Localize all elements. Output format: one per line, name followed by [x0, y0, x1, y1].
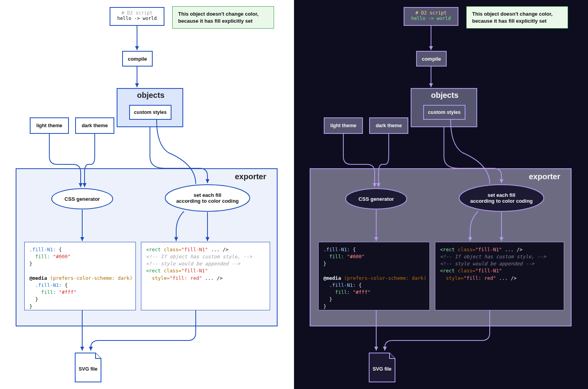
svg-marker-7 — [80, 237, 84, 241]
svg-marker-17 — [377, 183, 381, 187]
svg-marker-10 — [80, 347, 84, 351]
svg-marker-19 — [374, 237, 378, 241]
arrows-layer — [294, 0, 588, 389]
svg-marker-18 — [500, 179, 503, 183]
svg-marker-2 — [135, 46, 139, 50]
svg-marker-9 — [174, 237, 178, 241]
svg-marker-4 — [79, 183, 83, 187]
svg-marker-3 — [135, 83, 139, 87]
svg-marker-8 — [206, 237, 209, 241]
svg-marker-20 — [500, 237, 503, 241]
svg-marker-11 — [89, 347, 93, 351]
svg-marker-14 — [429, 46, 433, 50]
svg-marker-16 — [373, 183, 377, 187]
svg-marker-5 — [83, 183, 87, 187]
svg-marker-23 — [383, 347, 387, 351]
diagram-split: This object doesn't change color, becaus… — [0, 0, 588, 389]
dark-half: This object doesn't change color, becaus… — [294, 0, 588, 389]
svg-marker-22 — [374, 347, 378, 351]
svg-marker-6 — [206, 179, 209, 183]
svg-marker-21 — [468, 237, 472, 241]
arrows-layer — [0, 0, 294, 389]
light-half: This object doesn't change color, becaus… — [0, 0, 294, 389]
svg-marker-15 — [429, 83, 433, 87]
